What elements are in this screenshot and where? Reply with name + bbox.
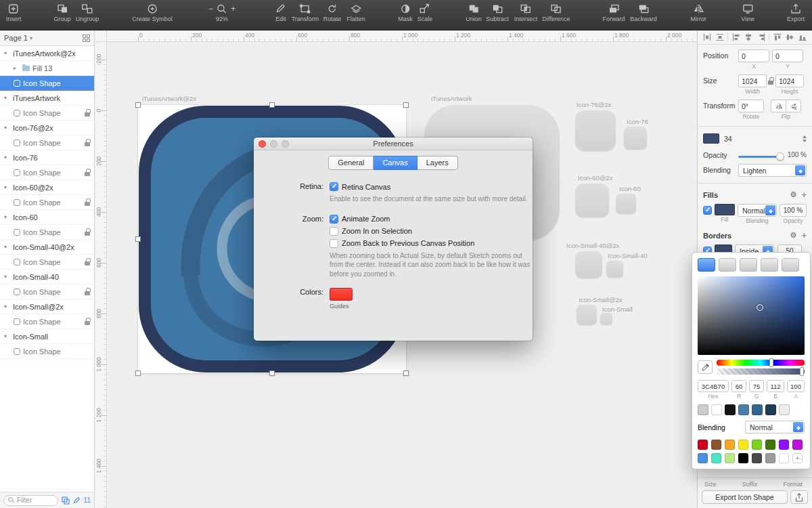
lock-icon[interactable] bbox=[85, 228, 90, 236]
height-input[interactable]: 1024 bbox=[775, 75, 804, 87]
document-color-swatch[interactable] bbox=[711, 404, 722, 415]
animate-zoom-checkbox[interactable]: Animate Zoom bbox=[330, 215, 533, 224]
layer-row[interactable]: Icon Shape bbox=[0, 165, 94, 180]
hue-slider[interactable] bbox=[717, 360, 805, 366]
palette-color-swatch[interactable] bbox=[711, 453, 721, 463]
disclosure-triangle-icon[interactable]: ▾ bbox=[4, 303, 10, 310]
union-button[interactable]: Union bbox=[466, 3, 482, 22]
mirror-button[interactable]: Mirror bbox=[690, 3, 706, 22]
align-left-icon[interactable] bbox=[731, 33, 741, 42]
artboard-icon-small-40-2x[interactable] bbox=[575, 251, 602, 278]
difference-button[interactable]: Difference bbox=[543, 3, 570, 22]
palette-color-swatch[interactable] bbox=[738, 453, 748, 463]
align-top-icon[interactable] bbox=[773, 33, 782, 42]
gear-icon[interactable]: ⚙ bbox=[790, 190, 797, 199]
lock-icon[interactable] bbox=[85, 288, 90, 295]
flip-vertical-button[interactable] bbox=[786, 100, 801, 112]
zoom-in-button[interactable]: + bbox=[231, 4, 235, 14]
artboard-title[interactable]: iTunesArtwork@2x bbox=[142, 95, 196, 102]
subtract-button[interactable]: Subtract bbox=[486, 3, 509, 22]
lock-icon[interactable] bbox=[85, 109, 90, 117]
palette-color-swatch[interactable] bbox=[752, 453, 762, 463]
position-y-input[interactable]: 0 bbox=[772, 49, 803, 62]
add-border-button[interactable]: + bbox=[801, 232, 807, 239]
lock-icon[interactable] bbox=[85, 139, 90, 146]
layer-row[interactable]: ▾Icon-76 bbox=[0, 150, 94, 165]
angular-gradient-tab[interactable] bbox=[761, 258, 778, 272]
disclosure-triangle-icon[interactable]: ▾ bbox=[4, 214, 10, 220]
opacity-slider[interactable] bbox=[738, 156, 782, 158]
blue-input[interactable]: 112 bbox=[767, 380, 784, 392]
selection-handle[interactable] bbox=[135, 371, 141, 376]
alpha-knob[interactable] bbox=[800, 367, 804, 376]
tab-general[interactable]: General bbox=[328, 156, 374, 170]
lock-icon[interactable] bbox=[85, 258, 90, 266]
zoom-back-checkbox[interactable]: Zoom Back to Previous Canvas Position bbox=[330, 239, 533, 248]
maximize-button[interactable] bbox=[281, 140, 289, 148]
stepper-arrows-icon[interactable] bbox=[803, 131, 807, 144]
insert-button[interactable]: Insert bbox=[6, 3, 22, 22]
pages-grid-icon[interactable] bbox=[83, 35, 90, 42]
artboard-icon-small-40[interactable] bbox=[606, 261, 623, 278]
layer-row[interactable]: Icon Shape bbox=[0, 106, 94, 121]
slider-knob[interactable] bbox=[776, 152, 784, 161]
flat-color-tab[interactable] bbox=[698, 258, 715, 272]
disclosure-triangle-icon[interactable]: ▾ bbox=[4, 184, 10, 190]
palette-color-swatch[interactable] bbox=[725, 440, 735, 450]
export-button[interactable]: Export bbox=[787, 3, 805, 22]
saturation-brightness-picker[interactable] bbox=[698, 276, 805, 355]
ungroup-button[interactable]: Ungroup bbox=[76, 3, 99, 22]
alpha-input[interactable]: 100 bbox=[787, 380, 805, 392]
add-color-button[interactable]: + bbox=[792, 453, 803, 463]
artboard-icon-76-2x[interactable] bbox=[575, 110, 616, 151]
green-input[interactable]: 75 bbox=[749, 380, 764, 392]
create-symbol-button[interactable]: Create Symbol bbox=[132, 3, 173, 22]
palette-color-swatch[interactable] bbox=[765, 440, 775, 450]
palette-color-swatch[interactable] bbox=[698, 440, 708, 450]
align-center-horizontal-icon[interactable] bbox=[744, 33, 753, 42]
artboard-title[interactable]: iTunesArtwork bbox=[431, 95, 472, 102]
align-middle-icon[interactable] bbox=[785, 33, 794, 42]
picker-blending-dropdown[interactable]: Normal bbox=[745, 421, 805, 433]
layer-row[interactable]: ▾Icon-60 bbox=[0, 210, 94, 225]
document-color-swatch[interactable] bbox=[752, 404, 763, 415]
export-icon-shape-button[interactable]: Export Icon Shape bbox=[702, 490, 788, 504]
dialog-titlebar[interactable]: Preferences bbox=[254, 137, 533, 150]
minimize-button[interactable] bbox=[270, 140, 277, 148]
layer-row[interactable]: ▾Icon-Small-40 bbox=[0, 270, 94, 284]
palette-color-swatch[interactable] bbox=[765, 453, 775, 463]
selection-handle[interactable] bbox=[269, 371, 275, 376]
hex-input[interactable]: 3C4B70 bbox=[698, 380, 729, 392]
document-color-swatch[interactable] bbox=[698, 404, 708, 415]
guides-color-well[interactable] bbox=[330, 288, 353, 301]
fill-blending-dropdown[interactable]: Normal bbox=[738, 204, 777, 217]
disclosure-triangle-icon[interactable]: ▾ bbox=[4, 154, 10, 161]
rotate-button[interactable]: Rotate bbox=[323, 3, 342, 22]
artboard-title[interactable]: Icon-76 bbox=[627, 118, 648, 125]
palette-color-swatch[interactable] bbox=[779, 453, 789, 463]
layer-row[interactable]: Icon Shape bbox=[0, 195, 94, 210]
canvas[interactable]: 02004006008001 0001 2001 4001 6001 8002 … bbox=[95, 30, 697, 508]
artboard-icon-small[interactable] bbox=[600, 313, 612, 325]
selection-handle[interactable] bbox=[403, 371, 409, 376]
tab-canvas[interactable]: Canvas bbox=[374, 156, 417, 170]
artboard-icon-60-2x[interactable] bbox=[575, 184, 609, 217]
rotate-input[interactable]: 0° bbox=[738, 100, 764, 112]
hue-knob[interactable] bbox=[769, 358, 773, 367]
align-bottom-icon[interactable] bbox=[798, 33, 807, 42]
disclosure-triangle-icon[interactable]: ▸ bbox=[14, 65, 20, 71]
blending-dropdown[interactable]: Lighten bbox=[738, 164, 807, 177]
selection-handle[interactable] bbox=[269, 102, 275, 108]
palette-color-swatch[interactable] bbox=[752, 440, 762, 450]
layer-row[interactable]: Icon Shape bbox=[0, 255, 94, 270]
layer-row[interactable]: ▾Icon-Small bbox=[0, 329, 94, 344]
page-selector[interactable]: Page 1 ▾ bbox=[0, 30, 94, 46]
zoom-out-button[interactable]: − bbox=[208, 4, 213, 14]
edit-button[interactable]: Edit bbox=[275, 3, 287, 22]
palette-color-swatch[interactable] bbox=[792, 440, 803, 450]
artboard-icon-60[interactable] bbox=[616, 194, 636, 214]
radial-gradient-tab[interactable] bbox=[740, 258, 757, 272]
layer-row[interactable]: Icon Shape bbox=[0, 284, 94, 299]
artboard-icon-small-2x[interactable] bbox=[577, 305, 597, 325]
layer-row[interactable]: Icon Shape bbox=[0, 314, 94, 329]
